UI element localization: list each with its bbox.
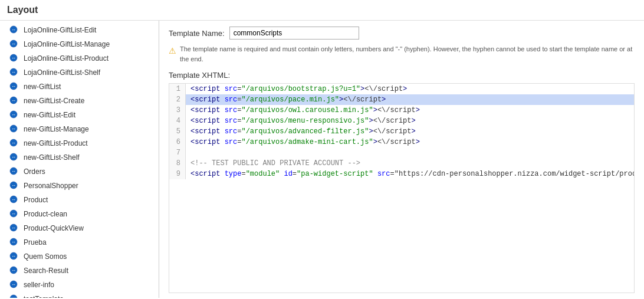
sidebar-item-label: Search-Result [24, 265, 68, 276]
line-content: <script src="/arquivos/admake-mini-cart.… [186, 137, 420, 147]
sidebar-item-label: Orders [24, 166, 45, 177]
page-icon: ↔ [9, 209, 19, 219]
sidebar-item-label: Product [24, 195, 48, 205]
xhtml-label: Template XHTML: [169, 71, 230, 80]
sidebar-item-label: new-GiftList-Shelf [24, 152, 80, 163]
sidebar-item-label: Quem Somos [24, 251, 67, 262]
code-line: 8<!-- TEST PUBLIC AND PRIVATE ACCOUNT --… [169, 158, 634, 169]
line-content: <script src="/arquivos/bootstrap.js?u=1"… [186, 84, 407, 94]
page-title: Layout [7, 5, 38, 15]
page-icon: ↔ [9, 68, 19, 77]
page-icon: ↔ [9, 224, 19, 233]
warning-icon: ⚠ [169, 45, 176, 57]
sidebar-item-label: LojaOnline-GiftList-Manage [24, 39, 110, 50]
code-line: 1<script src="/arquivos/bootstrap.js?u=1… [169, 84, 634, 94]
svg-text:↔: ↔ [11, 98, 16, 103]
svg-text:↔: ↔ [11, 197, 16, 202]
sidebar-item[interactable]: ↔ Product-QuickView [0, 221, 159, 235]
svg-text:↔: ↔ [11, 282, 16, 287]
page-icon: ↔ [9, 110, 19, 120]
svg-text:↔: ↔ [11, 112, 16, 117]
svg-text:↔: ↔ [11, 70, 16, 75]
sidebar-item-label: new-GiftList [24, 81, 61, 92]
sidebar-item[interactable]: ↔ new-GiftList-Product [0, 136, 159, 150]
sidebar-item[interactable]: ↔ new-GiftList-Manage [0, 122, 159, 136]
code-editor[interactable]: 1<script src="/arquivos/bootstrap.js?u=1… [169, 83, 635, 293]
page-icon: ↔ [9, 238, 19, 247]
sidebar-item[interactable]: ↔ new-GiftList-Create [0, 94, 159, 108]
sidebar-item[interactable]: ↔ Prueba [0, 235, 159, 249]
svg-text:↔: ↔ [11, 254, 16, 259]
sidebar-item[interactable]: ↔ Product-clean [0, 207, 159, 221]
line-number: 9 [169, 169, 186, 179]
line-content: <script type="module" id="pa-widget-scri… [186, 169, 635, 179]
page-icon: ↔ [9, 195, 19, 205]
svg-text:↔: ↔ [11, 268, 16, 273]
sidebar-item-label: LojaOnline-GiftList-Edit [24, 25, 96, 35]
sidebar-item[interactable]: ↔ LojaOnline-GiftList-Edit [0, 23, 159, 37]
sidebar-item[interactable]: ↔ LojaOnline-GiftList-Product [0, 51, 159, 65]
sidebar-item[interactable]: ↔ Search-Result [0, 264, 159, 278]
svg-text:↔: ↔ [11, 84, 16, 89]
page-icon: ↔ [9, 139, 19, 148]
line-number: 3 [169, 105, 186, 116]
sidebar-item[interactable]: ↔ Product [0, 193, 159, 207]
page-icon: ↔ [9, 25, 19, 35]
sidebar-item[interactable]: ↔ LojaOnline-GiftList-Manage [0, 37, 159, 51]
code-line: 9<script type="module" id="pa-widget-scr… [169, 169, 634, 179]
svg-text:↔: ↔ [11, 55, 16, 61]
page-icon: ↔ [9, 96, 19, 106]
line-number: 4 [169, 116, 186, 126]
sidebar-item-label: new-GiftList-Product [24, 138, 88, 149]
sidebar-item[interactable]: ↔ Quem Somos [0, 249, 159, 264]
line-content [186, 147, 195, 158]
sidebar-item-label: seller-info [24, 280, 54, 290]
line-number: 2 [169, 94, 186, 105]
line-content: <script src="/arquivos/menu-responsivo.j… [186, 116, 416, 126]
template-name-input[interactable] [229, 27, 359, 40]
line-number: 6 [169, 137, 186, 147]
page-icon: ↔ [9, 40, 19, 49]
code-line: 4<script src="/arquivos/menu-responsivo.… [169, 116, 634, 126]
page-icon: ↔ [9, 124, 19, 134]
sidebar-item-label: PersonalShopper [24, 180, 78, 191]
sidebar-item[interactable]: ↔ new-GiftList-Shelf [0, 150, 159, 165]
page-icon: ↔ [9, 266, 19, 275]
svg-text:↔: ↔ [11, 239, 16, 245]
svg-text:↔: ↔ [11, 126, 16, 132]
code-line: 6<script src="/arquivos/admake-mini-cart… [169, 137, 634, 147]
line-number: 5 [169, 126, 186, 137]
svg-text:↔: ↔ [11, 211, 16, 216]
right-panel: Template Name: ⚠ The template name is re… [159, 21, 644, 298]
sidebar-item-label: new-GiftList-Manage [24, 124, 89, 134]
sidebar: ↔ LojaOnline-GiftList-Edit ↔ LojaOnline-… [0, 21, 159, 298]
svg-text:↔: ↔ [11, 183, 16, 188]
svg-text:↔: ↔ [11, 225, 16, 231]
sidebar-item[interactable]: ↔ new-GiftList-Edit [0, 108, 159, 122]
page-icon: ↔ [9, 54, 19, 63]
svg-text:↔: ↔ [11, 155, 16, 160]
line-number: 7 [169, 147, 186, 158]
page-icon: ↔ [9, 153, 19, 162]
sidebar-item-label: Prueba [24, 237, 47, 248]
sidebar-item[interactable]: ↔ PersonalShopper [0, 179, 159, 193]
line-content: <script src="/arquivos/advanced-filter.j… [186, 126, 416, 137]
line-content: <script src="/arquivos/pace.min.js"><\/s… [186, 94, 386, 105]
svg-text:↔: ↔ [11, 140, 16, 146]
code-line: 7 [169, 147, 634, 158]
svg-text:↔: ↔ [11, 41, 16, 47]
svg-text:↔: ↔ [11, 27, 16, 32]
sidebar-item-label: new-GiftList-Create [24, 96, 84, 106]
sidebar-item[interactable]: ↔ seller-info [0, 278, 159, 292]
svg-text:↔: ↔ [11, 169, 16, 174]
line-number: 1 [169, 84, 186, 94]
code-line: 3<script src="/arquivos/owl.carousel.min… [169, 105, 634, 116]
sidebar-item[interactable]: ↔ testTemplate [0, 292, 159, 298]
sidebar-item[interactable]: ↔ new-GiftList [0, 80, 159, 94]
sidebar-item[interactable]: ↔ Orders [0, 165, 159, 179]
page-header: Layout [0, 0, 644, 21]
page-icon: ↔ [9, 82, 19, 91]
line-content: <!-- TEST PUBLIC AND PRIVATE ACCOUNT --> [186, 158, 360, 169]
sidebar-item[interactable]: ↔ LojaOnline-GiftList-Shelf [0, 65, 159, 80]
template-name-label: Template Name: [169, 29, 225, 38]
